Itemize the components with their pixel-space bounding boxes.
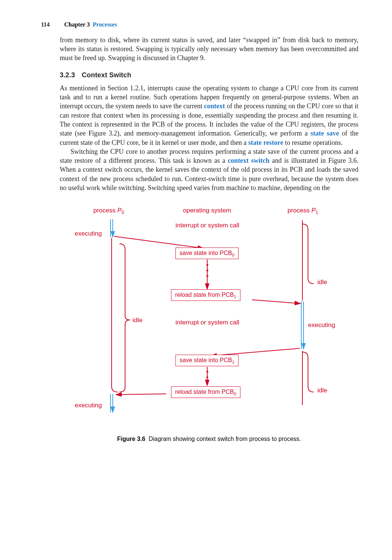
paragraph: Switching the CPU core to another proces… bbox=[60, 147, 358, 192]
svg-line-13 bbox=[116, 394, 166, 395]
chapter-label: Chapter 3 bbox=[64, 21, 90, 28]
fig-interrupt-bot: interrupt or system call bbox=[175, 318, 239, 327]
page-number: 114 bbox=[41, 21, 63, 29]
term-context-switch: context switch bbox=[228, 157, 270, 164]
body-column: from memory to disk, where its current s… bbox=[60, 35, 358, 443]
figure-caption: Figure 3.6 Diagram showing context switc… bbox=[60, 435, 358, 443]
fig-save-pcb0: save state into PCB0 bbox=[175, 248, 239, 259]
figure-context-switch: process P0 operating system process P1 i… bbox=[63, 203, 355, 431]
paragraph: from memory to disk, where its current s… bbox=[60, 35, 358, 63]
term-context: context bbox=[204, 102, 225, 110]
term-state-restore: state restore bbox=[248, 139, 283, 146]
fig-col-p1: process P1 bbox=[287, 206, 318, 215]
fig-exec-p0-top: executing bbox=[75, 230, 102, 238]
chapter-title: Processes bbox=[93, 21, 117, 28]
fig-idle-p1-top: idle bbox=[317, 278, 327, 287]
running-header: 114 Chapter 3 Processes bbox=[41, 21, 358, 29]
svg-line-10 bbox=[252, 300, 301, 304]
fig-idle-p0: idle bbox=[133, 316, 142, 325]
term-state-save: state save bbox=[311, 130, 339, 137]
fig-reload-pcb0: reload state from PCB0 bbox=[171, 386, 240, 398]
fig-save-pcb1: save state into PCB1 bbox=[175, 355, 239, 366]
fig-idle-p1-bot: idle bbox=[317, 386, 327, 395]
svg-line-8 bbox=[114, 236, 203, 248]
fig-interrupt-top: interrupt or system call bbox=[175, 221, 239, 230]
fig-col-p0: process P0 bbox=[93, 206, 124, 215]
paragraph: As mentioned in Section 1.2.1, interrupt… bbox=[60, 84, 358, 147]
fig-reload-pcb1: reload state from PCB1 bbox=[171, 289, 240, 301]
fig-col-os: operating system bbox=[183, 206, 231, 215]
fig-exec-p1: executing bbox=[308, 321, 335, 330]
fig-exec-p0-bot: executing bbox=[75, 401, 102, 410]
subsection-heading: 3.2.3 Context Switch bbox=[60, 71, 358, 80]
